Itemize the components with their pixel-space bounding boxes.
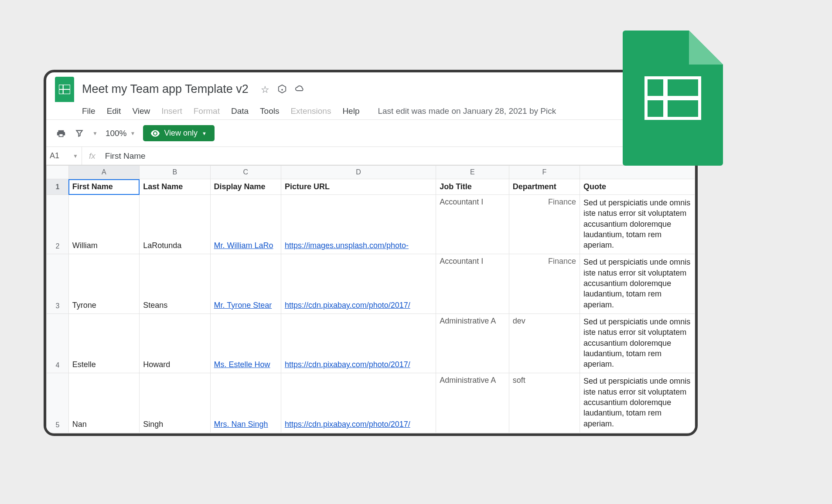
menu-edit[interactable]: Edit [107, 106, 121, 116]
menu-insert: Insert [161, 106, 182, 116]
name-box-value: A1 [50, 151, 59, 160]
cell[interactable]: https://cdn.pixabay.com/photo/2017/ [281, 254, 436, 313]
link[interactable]: https://cdn.pixabay.com/photo/2017/ [285, 301, 410, 310]
chevron-down-icon: ▼ [202, 131, 207, 136]
cell[interactable]: Accountant I [436, 195, 509, 254]
col-header[interactable]: A [68, 166, 139, 179]
menu-extensions: Extensions [290, 106, 331, 116]
cell[interactable]: Finance [509, 254, 580, 313]
sheets-large-icon [623, 31, 723, 166]
cell[interactable]: LaRotunda [140, 195, 210, 254]
cell[interactable]: soft [509, 373, 580, 432]
menu-file[interactable]: File [82, 106, 95, 116]
row-header[interactable]: 1 [47, 179, 69, 195]
link[interactable]: https://cdn.pixabay.com/photo/2017/ [285, 360, 410, 369]
view-only-button[interactable]: View only ▼ [143, 125, 215, 141]
link[interactable]: Mrs. Nan Singh [214, 420, 268, 429]
link[interactable]: Mr. Tyrone Stear [214, 301, 272, 310]
cell[interactable]: Job Title [436, 179, 509, 195]
zoom-selector[interactable]: 100% ▼ [106, 129, 136, 138]
cell[interactable]: William [68, 195, 139, 254]
view-only-label: View only [164, 129, 198, 138]
cell[interactable]: Administrative A [436, 313, 509, 373]
cell[interactable]: Picture URL [281, 179, 436, 195]
col-header[interactable]: C [210, 166, 281, 179]
filter-icon[interactable] [74, 128, 85, 139]
table-row: 1 First Name Last Name Display Name Pict… [47, 179, 695, 195]
cloud-icon[interactable] [295, 84, 305, 96]
cell[interactable]: Department [509, 179, 580, 195]
cell[interactable]: Nan [68, 373, 139, 432]
cell[interactable]: Mrs. Nan Singh [210, 373, 281, 432]
cell[interactable]: Howard [140, 313, 210, 373]
formula-bar: A1 ▼ fx First Name [46, 146, 695, 165]
row-header[interactable]: 2 [47, 195, 69, 254]
cell[interactable]: Steans [140, 254, 210, 313]
cell[interactable]: Mr. William LaRo [210, 195, 281, 254]
print-icon[interactable] [56, 128, 66, 139]
col-header[interactable]: B [140, 166, 210, 179]
row-header[interactable]: 4 [47, 313, 69, 373]
menu-help[interactable]: Help [342, 106, 359, 116]
row-header[interactable]: 3 [47, 254, 69, 313]
cell[interactable]: https://cdn.pixabay.com/photo/2017/ [281, 313, 436, 373]
menu-tools[interactable]: Tools [260, 106, 279, 116]
cell[interactable]: Sed ut perspiciatis unde omnis iste natu… [580, 195, 695, 254]
name-box[interactable]: A1 ▼ [46, 147, 82, 165]
cell[interactable]: First Name [68, 179, 139, 195]
cell[interactable]: Singh [140, 373, 210, 432]
cell[interactable]: Estelle [68, 313, 139, 373]
chevron-down-icon: ▼ [73, 153, 78, 159]
cell[interactable]: Last Name [140, 179, 210, 195]
cell[interactable]: Finance [509, 195, 580, 254]
chevron-down-icon: ▼ [130, 130, 136, 136]
menubar: File Edit View Insert Format Data Tools … [46, 102, 695, 119]
link[interactable]: https://images.unsplash.com/photo- [285, 241, 409, 250]
titlebar: Meet my Team app Template v2 ☆ [46, 72, 695, 102]
cell[interactable]: https://images.unsplash.com/photo- [281, 195, 436, 254]
cell[interactable]: Ms. Estelle How [210, 313, 281, 373]
col-header[interactable]: E [436, 166, 509, 179]
cell[interactable]: Display Name [210, 179, 281, 195]
menu-data[interactable]: Data [231, 106, 249, 116]
spreadsheet-grid[interactable]: A B C D E F 1 First Name Last Name Displ… [46, 165, 695, 433]
fx-icon: fx [89, 151, 95, 161]
col-header[interactable]: D [281, 166, 436, 179]
cell[interactable]: https://cdn.pixabay.com/photo/2017/ [281, 373, 436, 432]
cell[interactable]: Tyrone [68, 254, 139, 313]
cell[interactable]: dev [509, 313, 580, 373]
select-all-corner[interactable] [47, 166, 69, 179]
menu-view[interactable]: View [132, 106, 150, 116]
link[interactable]: Mr. William LaRo [214, 241, 273, 250]
zoom-value: 100% [106, 129, 127, 138]
link[interactable]: https://cdn.pixabay.com/photo/2017/ [285, 420, 410, 429]
cell[interactable]: Sed ut perspiciatis unde omnis iste natu… [580, 313, 695, 373]
formula-input[interactable]: First Name [105, 151, 146, 161]
table-row: 4 Estelle Howard Ms. Estelle How https:/… [47, 313, 695, 373]
spreadsheet-window: Meet my Team app Template v2 ☆ File Edit… [44, 70, 698, 436]
move-icon[interactable] [277, 84, 287, 96]
cell[interactable]: Sed ut perspiciatis unde omnis iste natu… [580, 373, 695, 432]
filter-dropdown-icon[interactable]: ▼ [92, 130, 98, 136]
table-row: 3 Tyrone Steans Mr. Tyrone Stear https:/… [47, 254, 695, 313]
menu-format: Format [194, 106, 220, 116]
last-edit-text[interactable]: Last edit was made on January 28, 2021 b… [378, 106, 556, 116]
cell[interactable]: Mr. Tyrone Stear [210, 254, 281, 313]
column-header-row: A B C D E F [47, 166, 695, 179]
sheets-logo-icon [55, 77, 74, 102]
col-header[interactable]: F [509, 166, 580, 179]
cell[interactable]: Sed ut perspiciatis unde omnis iste natu… [580, 254, 695, 313]
col-header[interactable] [580, 166, 695, 179]
toolbar: ▼ 100% ▼ View only ▼ [46, 120, 695, 146]
row-header[interactable]: 5 [47, 373, 69, 432]
cell[interactable]: Administrative A [436, 373, 509, 432]
cell[interactable]: Quote [580, 179, 695, 195]
star-icon[interactable]: ☆ [261, 84, 269, 96]
table-row: 2 William LaRotunda Mr. William LaRo htt… [47, 195, 695, 254]
link[interactable]: Ms. Estelle How [214, 360, 270, 369]
table-row: 5 Nan Singh Mrs. Nan Singh https://cdn.p… [47, 373, 695, 432]
document-title[interactable]: Meet my Team app Template v2 [82, 82, 249, 95]
cell[interactable]: Accountant I [436, 254, 509, 313]
